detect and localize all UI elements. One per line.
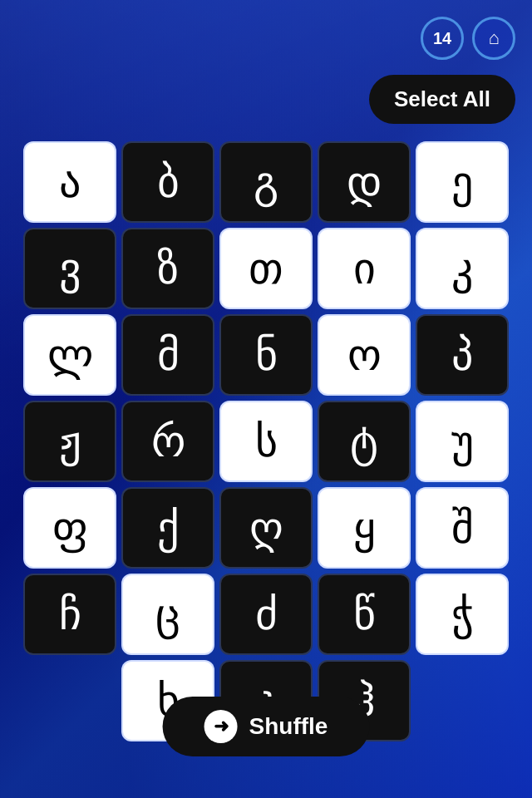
shuffle-button[interactable]: ➜ Shuffle [163, 697, 370, 756]
cell-1-3[interactable]: ი [318, 228, 411, 309]
shuffle-arrow-icon: ➜ [204, 710, 238, 743]
cell-1-1[interactable]: ზ [121, 228, 214, 309]
cell-0-1[interactable]: ბ [121, 141, 214, 223]
cell-3-0[interactable]: ჟ [23, 401, 116, 482]
grid-row-1: ვზთიკ [23, 228, 509, 309]
grid-row-4: ფქღყშ [23, 487, 509, 569]
cell-0-0[interactable]: ა [23, 141, 116, 223]
cell-0-3[interactable]: დ [318, 141, 411, 223]
cell-1-2[interactable]: თ [219, 228, 313, 309]
cell-2-2[interactable]: ნ [219, 314, 313, 396]
cell-5-2[interactable]: ძ [219, 574, 313, 655]
cell-1-0[interactable]: ვ [23, 228, 116, 309]
cell-4-4[interactable]: შ [416, 487, 509, 569]
cell-4-1[interactable]: ქ [121, 487, 214, 569]
cell-3-2[interactable]: ს [219, 401, 313, 482]
cell-5-0[interactable]: ჩ [23, 574, 116, 655]
cell-0-2[interactable]: გ [219, 141, 313, 223]
alphabet-grid: აბგდევზთიკლმნოპჟრსტუფქღყშჩცძწჭხჯჰ [23, 141, 509, 741]
grid-row-5: ჩცძწჭ [23, 574, 509, 655]
grid-row-3: ჟრსტუ [23, 401, 509, 482]
cell-3-4[interactable]: უ [416, 401, 509, 482]
cell-4-3[interactable]: ყ [318, 487, 411, 569]
score-value: 14 [433, 29, 451, 48]
cell-5-4[interactable]: ჭ [416, 574, 509, 655]
grid-row-0: აბგდე [23, 141, 509, 223]
cell-4-2[interactable]: ღ [219, 487, 313, 569]
cell-1-4[interactable]: კ [416, 228, 509, 309]
cell-4-0[interactable]: ფ [23, 487, 116, 569]
cell-5-1[interactable]: ც [121, 574, 214, 655]
cell-3-1[interactable]: რ [121, 401, 214, 482]
top-bar: 14 ⌂ [421, 17, 515, 60]
score-badge: 14 [421, 17, 464, 60]
cell-2-1[interactable]: მ [121, 314, 214, 396]
cell-2-4[interactable]: პ [416, 314, 509, 396]
home-button[interactable]: ⌂ [472, 17, 515, 60]
cell-3-3[interactable]: ტ [318, 401, 411, 482]
select-all-button[interactable]: Select All [369, 75, 515, 124]
cell-2-3[interactable]: ო [318, 314, 411, 396]
grid-row-2: ლმნოპ [23, 314, 509, 396]
cell-2-0[interactable]: ლ [23, 314, 116, 396]
cell-5-3[interactable]: წ [318, 574, 411, 655]
shuffle-label: Shuffle [249, 713, 328, 740]
home-icon: ⌂ [488, 27, 499, 49]
cell-0-4[interactable]: ე [416, 141, 509, 223]
